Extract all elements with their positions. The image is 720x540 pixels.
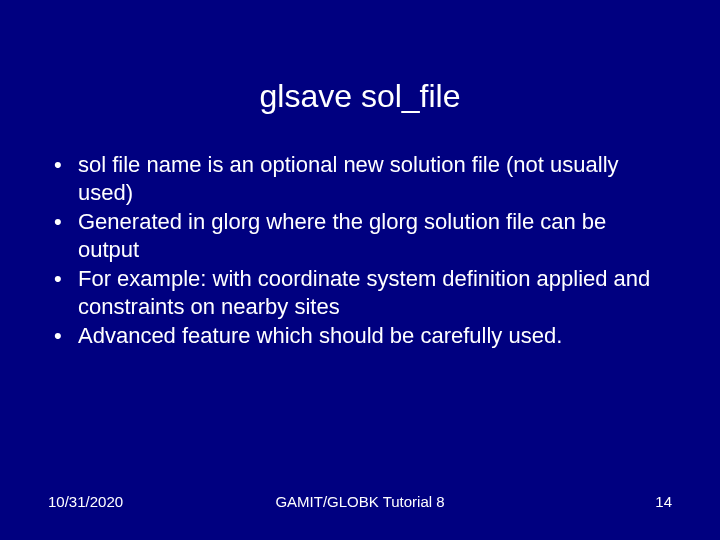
list-item: Advanced feature which should be careful… bbox=[48, 322, 672, 350]
slide-content: sol file name is an optional new solutio… bbox=[0, 151, 720, 350]
slide-footer: 10/31/2020 GAMIT/GLOBK Tutorial 8 14 bbox=[0, 493, 720, 510]
list-item: For example: with coordinate system defi… bbox=[48, 265, 672, 320]
list-item: Generated in glorg where the glorg solut… bbox=[48, 208, 672, 263]
list-item: sol file name is an optional new solutio… bbox=[48, 151, 672, 206]
footer-title: GAMIT/GLOBK Tutorial 8 bbox=[275, 493, 444, 510]
footer-page-number: 14 bbox=[655, 493, 672, 510]
slide: glsave sol_file sol file name is an opti… bbox=[0, 0, 720, 540]
slide-title: glsave sol_file bbox=[0, 0, 720, 151]
bullet-list: sol file name is an optional new solutio… bbox=[48, 151, 672, 350]
footer-date: 10/31/2020 bbox=[48, 493, 123, 510]
